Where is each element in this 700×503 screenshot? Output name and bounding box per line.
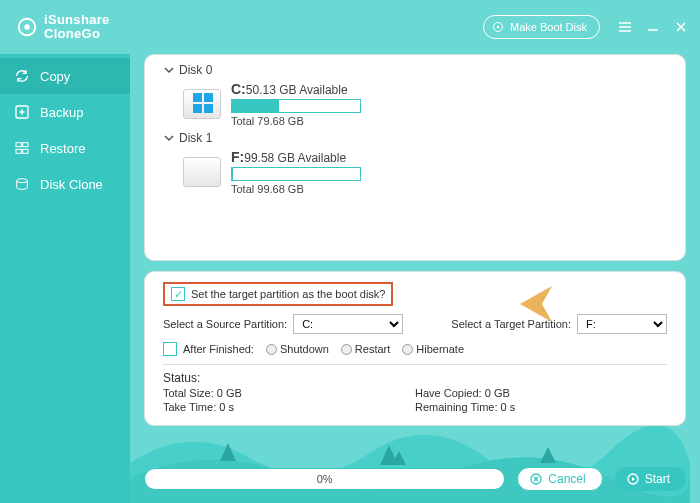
chevron-down-icon — [163, 132, 175, 144]
partition-f-total: Total 99.68 GB — [231, 183, 361, 195]
after-finished-checkbox[interactable] — [163, 342, 177, 356]
partition-c[interactable]: C:50.13 GB Available Total 79.68 GB — [163, 77, 667, 129]
hamburger-icon — [618, 20, 632, 34]
svg-point-3 — [497, 26, 500, 29]
brand-line2: CloneGo — [44, 27, 110, 41]
disk-clone-icon — [14, 176, 30, 192]
partition-c-usage-bar — [231, 99, 361, 113]
partition-c-available: 50.13 GB Available — [246, 83, 348, 97]
divider — [163, 364, 667, 365]
take-time-value: 0 s — [219, 401, 234, 413]
partition-f-available: 99.58 GB Available — [244, 151, 346, 165]
boot-disk-checkbox-row[interactable]: Set the target partition as the boot dis… — [163, 282, 393, 306]
progress-text: 0% — [317, 473, 333, 485]
disks-panel: Disk 0 C:50.13 GB Available Total 79.68 … — [144, 54, 686, 261]
disc-icon — [492, 21, 504, 33]
cancel-icon — [530, 473, 542, 485]
minimize-button[interactable] — [646, 20, 660, 34]
chevron-down-icon — [163, 64, 175, 76]
boot-disk-checkbox-label: Set the target partition as the boot dis… — [191, 288, 385, 300]
partition-f[interactable]: F:99.58 GB Available Total 99.68 GB — [163, 145, 667, 197]
backup-icon — [14, 104, 30, 120]
status-grid: Total Size: 0 GB Have Copied: 0 GB Take … — [163, 387, 667, 413]
restore-icon — [14, 140, 30, 156]
make-boot-disk-label: Make Boot Disk — [510, 21, 587, 33]
boot-disk-checkbox[interactable] — [171, 287, 185, 301]
svg-rect-5 — [16, 143, 21, 147]
nav-restore[interactable]: Restore — [0, 130, 130, 166]
target-partition-select[interactable]: F: — [577, 314, 667, 334]
disk-0-title: Disk 0 — [179, 63, 212, 77]
minimize-icon — [647, 21, 659, 33]
make-boot-disk-button[interactable]: Make Boot Disk — [483, 15, 600, 39]
radio-hibernate[interactable]: Hibernate — [402, 343, 464, 356]
cancel-label: Cancel — [548, 472, 585, 486]
status-heading: Status: — [163, 371, 667, 385]
brand-line1: iSunshare — [44, 13, 110, 27]
content-area: Disk 0 C:50.13 GB Available Total 79.68 … — [130, 54, 700, 503]
menu-button[interactable] — [618, 20, 632, 34]
source-partition-select[interactable]: C: — [293, 314, 403, 334]
total-size-label: Total Size: — [163, 387, 214, 399]
svg-rect-8 — [23, 149, 28, 153]
play-icon — [627, 473, 639, 485]
have-copied-value: 0 GB — [485, 387, 510, 399]
start-label: Start — [645, 472, 670, 486]
close-icon — [675, 21, 687, 33]
svg-point-9 — [17, 179, 28, 183]
nav-disk-clone-label: Disk Clone — [40, 177, 103, 192]
callout-arrow-icon — [512, 282, 556, 326]
take-time-label: Take Time: — [163, 401, 216, 413]
nav-disk-clone[interactable]: Disk Clone — [0, 166, 130, 202]
after-finished-label: After Finished: — [183, 343, 254, 355]
radio-restart[interactable]: Restart — [341, 343, 390, 356]
drive-icon — [183, 157, 221, 187]
windows-icon — [193, 93, 213, 113]
remaining-time-label: Remaining Time: — [415, 401, 498, 413]
drive-icon — [183, 89, 221, 119]
svg-rect-7 — [16, 149, 21, 153]
have-copied-label: Have Copied: — [415, 387, 482, 399]
nav-restore-label: Restore — [40, 141, 86, 156]
nav-copy[interactable]: Copy — [0, 58, 130, 94]
disk-0-header[interactable]: Disk 0 — [163, 63, 667, 77]
close-button[interactable] — [674, 20, 688, 34]
svg-rect-6 — [23, 143, 28, 147]
nav-backup[interactable]: Backup — [0, 94, 130, 130]
total-size-value: 0 GB — [217, 387, 242, 399]
brand-logo-icon — [16, 16, 38, 38]
source-partition-label: Select a Source Partition: — [163, 318, 287, 330]
nav-copy-label: Copy — [40, 69, 70, 84]
sidebar: Copy Backup Restore Disk Clone — [0, 54, 130, 503]
start-button[interactable]: Start — [615, 467, 686, 491]
nav-backup-label: Backup — [40, 105, 83, 120]
svg-point-1 — [24, 24, 30, 30]
cancel-button[interactable]: Cancel — [517, 467, 602, 491]
title-bar: iSunshare CloneGo Make Boot Disk — [0, 0, 700, 54]
brand: iSunshare CloneGo — [16, 13, 110, 40]
partition-f-usage-bar — [231, 167, 361, 181]
options-panel: Set the target partition as the boot dis… — [144, 271, 686, 426]
partition-c-letter: C: — [231, 81, 246, 97]
radio-shutdown[interactable]: Shutdown — [266, 343, 329, 356]
progress-bar: 0% — [144, 468, 505, 490]
copy-icon — [14, 68, 30, 84]
remaining-time-value: 0 s — [501, 401, 516, 413]
partition-f-letter: F: — [231, 149, 244, 165]
disk-1-header[interactable]: Disk 1 — [163, 131, 667, 145]
partition-c-total: Total 79.68 GB — [231, 115, 361, 127]
footer-bar: 0% Cancel Start — [144, 467, 686, 491]
disk-1-title: Disk 1 — [179, 131, 212, 145]
